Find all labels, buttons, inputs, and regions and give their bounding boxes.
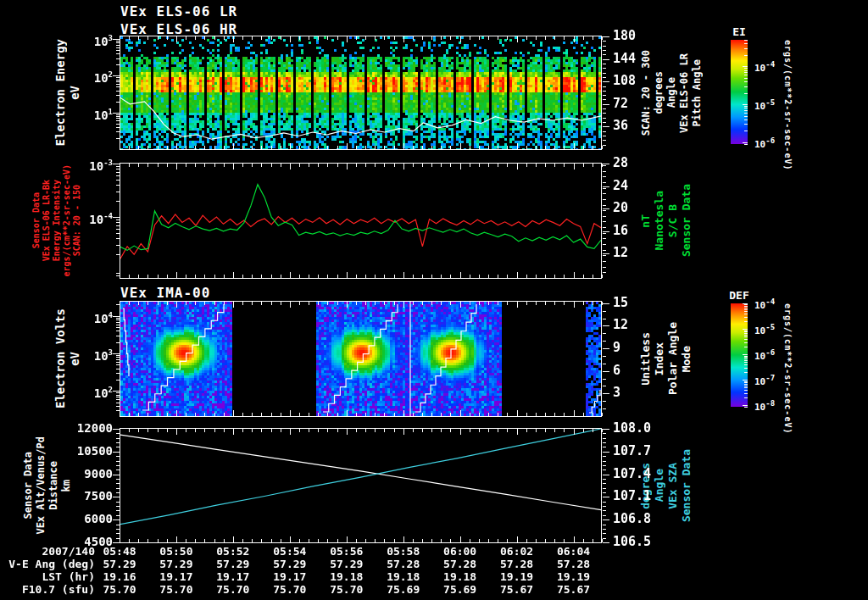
axis-tick — [116, 245, 120, 246]
axis-tick — [186, 413, 186, 416]
axis-tick — [603, 456, 606, 457]
axis-tick — [554, 302, 555, 305]
axis-tick — [603, 54, 606, 55]
axis-tick — [167, 275, 168, 278]
axis-tick — [252, 146, 253, 149]
axis-tick — [116, 331, 120, 331]
axis-tick — [186, 429, 186, 432]
axis-tick — [116, 502, 120, 503]
axis-tick — [309, 413, 309, 416]
axis-tick — [299, 413, 300, 416]
axis-tick — [603, 379, 606, 380]
axis-tick — [603, 140, 606, 141]
axis-tick — [147, 429, 148, 432]
axis-tick — [337, 302, 338, 305]
axis-tick — [536, 302, 537, 305]
axis-tick — [365, 429, 366, 432]
axis-tick — [603, 253, 609, 254]
axis-tick — [413, 413, 414, 416]
axis-tick — [113, 497, 120, 497]
axis-tick — [176, 164, 177, 169]
colorbar-minor-tick — [744, 407, 748, 408]
axis-tick — [603, 452, 609, 453]
axis-tick — [603, 371, 609, 372]
axis-tick — [498, 36, 498, 40]
colorbar-minor-tick — [744, 124, 748, 125]
axis-tick — [129, 164, 130, 167]
axis-tick — [450, 275, 451, 278]
axis-tick — [309, 539, 309, 542]
axis-tick — [488, 275, 489, 278]
axis-tick — [252, 539, 253, 542]
axis-tick — [116, 362, 120, 363]
axis-tick — [327, 146, 328, 149]
axis-tick — [460, 536, 461, 542]
y-tick-label: 10500 — [70, 444, 113, 458]
axis-tick — [261, 164, 262, 167]
axis-tick — [450, 429, 451, 432]
y-tick-label: 12 — [613, 246, 657, 260]
time-tick-label: 05:48 — [92, 545, 147, 558]
axis-tick — [574, 429, 575, 435]
axis-tick — [545, 146, 546, 149]
axis-tick — [204, 146, 205, 149]
axis-tick — [583, 146, 584, 149]
axis-tick — [603, 145, 606, 146]
axis-tick — [365, 146, 366, 149]
axis-tick — [281, 146, 281, 149]
axis-tick — [129, 413, 130, 416]
axis-tick — [375, 164, 376, 167]
axis-tick — [158, 146, 159, 149]
spacecraft-data-display: VEx ELS-06 LR VEx ELS-06 HR VEx IMA-00 E… — [0, 0, 868, 600]
axis-tick — [271, 539, 272, 542]
axis-tick — [365, 164, 366, 167]
time-tick-label: 06:02 — [489, 545, 545, 558]
axis-tick — [603, 356, 606, 357]
axis-tick — [603, 205, 606, 206]
axis-tick — [337, 413, 338, 416]
bottom-row-value: 57.29 — [262, 558, 318, 570]
axis-tick — [384, 413, 385, 416]
time-tick-label: 05:50 — [148, 545, 204, 558]
axis-tick — [603, 77, 606, 78]
axis-tick — [603, 401, 606, 402]
axis-tick — [603, 136, 606, 136]
axis-tick — [498, 413, 498, 416]
intensity-magnetic-field-panel — [120, 163, 602, 279]
axis-tick — [176, 143, 177, 149]
panel4-left-axis-title: Sensor DataVEx Alt/Venus/PdDistancekm — [20, 428, 73, 543]
axis-tick — [356, 413, 357, 416]
axis-tick — [167, 429, 168, 432]
axis-tick — [138, 429, 139, 432]
colorbar-minor-tick — [744, 347, 748, 347]
axis-tick — [603, 99, 606, 100]
axis-tick — [603, 59, 609, 60]
axis-tick — [403, 302, 404, 308]
axis-tick — [413, 36, 414, 40]
bottom-row-label: V-E Ang (deg) — [0, 558, 95, 570]
bottom-row-value: 19.16 — [92, 570, 147, 583]
axis-tick — [116, 355, 120, 356]
axis-tick — [337, 36, 338, 40]
axis-tick — [138, 164, 139, 167]
axis-tick — [176, 302, 177, 308]
colorbar-minor-tick — [744, 119, 748, 120]
axis-tick — [347, 272, 348, 278]
axis-tick — [450, 302, 451, 305]
axis-tick — [233, 429, 234, 435]
axis-tick — [603, 171, 606, 172]
axis-tick — [603, 176, 606, 177]
axis-tick — [233, 272, 234, 278]
axis-tick — [224, 302, 225, 305]
axis-tick — [281, 302, 281, 305]
axis-tick — [116, 483, 120, 484]
axis-tick — [554, 539, 555, 542]
axis-tick — [517, 536, 518, 542]
axis-tick — [261, 413, 262, 416]
axis-tick — [593, 164, 593, 167]
axis-tick — [233, 164, 234, 169]
axis-tick — [281, 275, 281, 278]
axis-tick — [176, 536, 177, 542]
y-tick-label: 107.7 — [613, 444, 657, 458]
axis-tick — [431, 36, 432, 40]
